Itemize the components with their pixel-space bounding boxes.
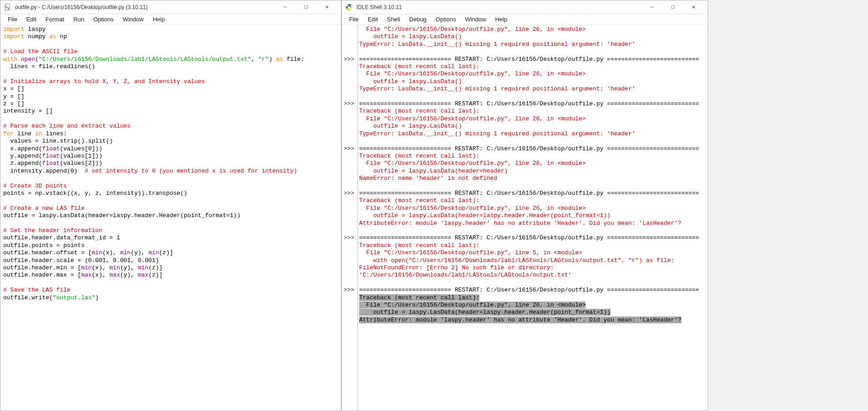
menu-options[interactable]: Options xyxy=(431,15,461,24)
shell-window-controls: ─ ☐ ✕ xyxy=(641,0,704,14)
python-file-icon xyxy=(4,4,11,11)
editor-window-controls: ─ ☐ ✕ xyxy=(275,0,337,14)
maximize-button[interactable]: ☐ xyxy=(296,0,316,14)
prompt-column: >>>>>>>>>>>>>>>>>> xyxy=(342,25,358,411)
menu-edit[interactable]: Edit xyxy=(22,15,41,24)
menu-help[interactable]: Help xyxy=(491,15,512,24)
code-editor[interactable]: import laspy import numpy as np # Load t… xyxy=(0,25,341,411)
selected-traceback: Traceback (most recent call last): File … xyxy=(359,294,681,323)
menu-file[interactable]: File xyxy=(3,15,22,24)
minimize-button[interactable]: ─ xyxy=(641,0,662,14)
menu-run[interactable]: Run xyxy=(69,15,89,24)
shell-window: IDLE Shell 3.10.11 ─ ☐ ✕ File Edit Shell… xyxy=(341,0,708,411)
menu-format[interactable]: Format xyxy=(41,15,69,24)
menu-window[interactable]: Window xyxy=(118,15,148,24)
menu-file[interactable]: File xyxy=(345,15,363,24)
editor-menubar: File Edit Format Run Options Window Help xyxy=(0,14,341,25)
python-icon xyxy=(345,4,353,11)
maximize-button[interactable]: ☐ xyxy=(662,0,683,14)
editor-title: outfile.py - C:/Users/16156/Desktop/outf… xyxy=(15,4,275,10)
menu-shell[interactable]: Shell xyxy=(382,15,404,24)
prompt: >>> xyxy=(344,56,354,63)
menu-window[interactable]: Window xyxy=(460,15,490,24)
menu-help[interactable]: Help xyxy=(148,15,169,24)
shell-output[interactable]: File "C:/Users/16156/Desktop/outfile.py"… xyxy=(358,25,708,411)
shell-titlebar: IDLE Shell 3.10.11 ─ ☐ ✕ xyxy=(342,0,708,14)
menu-debug[interactable]: Debug xyxy=(404,15,431,24)
menu-options[interactable]: Options xyxy=(89,15,118,24)
minimize-button[interactable]: ─ xyxy=(275,0,296,14)
shell-body: >>>>>>>>>>>>>>>>>> File "C:/Users/16156/… xyxy=(342,25,708,411)
editor-titlebar: outfile.py - C:/Users/16156/Desktop/outf… xyxy=(0,0,341,14)
shell-menubar: File Edit Shell Debug Options Window Hel… xyxy=(342,14,708,25)
close-button[interactable]: ✕ xyxy=(316,0,337,14)
close-button[interactable]: ✕ xyxy=(683,0,704,14)
shell-title: IDLE Shell 3.10.11 xyxy=(356,4,641,10)
editor-window: outfile.py - C:/Users/16156/Desktop/outf… xyxy=(0,0,341,411)
menu-edit[interactable]: Edit xyxy=(363,15,382,24)
